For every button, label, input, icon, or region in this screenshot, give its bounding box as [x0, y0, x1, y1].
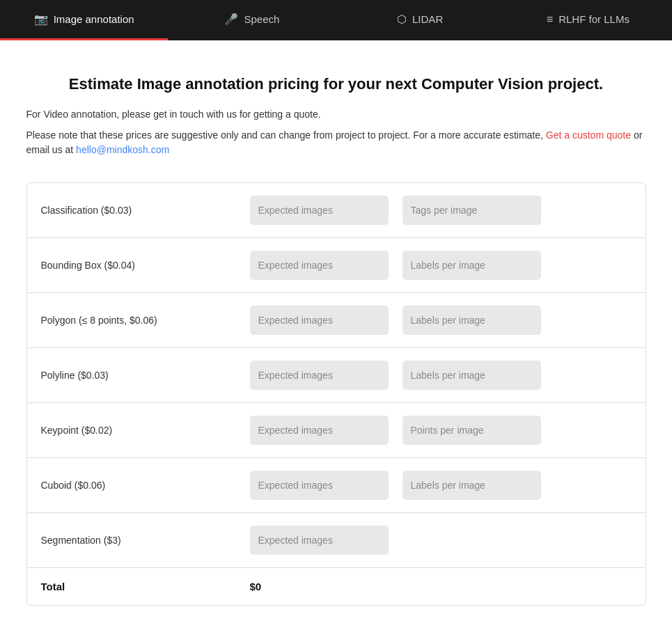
- rlhf-icon: ≡: [547, 13, 553, 26]
- nav-label-rlhf: RLHF for LLMs: [558, 13, 630, 25]
- nav-item-rlhf[interactable]: ≡RLHF for LLMs: [504, 0, 672, 40]
- nav-label-image-annotation: Image annotation: [54, 13, 134, 25]
- pricing-row-cuboid: Cuboid ($0.06): [27, 458, 646, 513]
- total-label: Total: [41, 581, 236, 592]
- expected-images-input-polyline[interactable]: [250, 361, 389, 390]
- pricing-row-classification: Classification ($0.03): [27, 183, 646, 238]
- second-input-polygon[interactable]: [403, 306, 541, 335]
- second-input-keypoint[interactable]: [403, 416, 541, 445]
- row-label-bounding-box: Bounding Box ($0.04): [41, 260, 236, 271]
- expected-images-input-keypoint[interactable]: [250, 416, 389, 445]
- pricing-row-keypoint: Keypoint ($0.02): [27, 403, 646, 458]
- lidar-icon: ⬡: [397, 13, 407, 26]
- page-title: Estimate Image annotation pricing for yo…: [26, 75, 646, 93]
- nav-item-lidar[interactable]: ⬡LIDAR: [336, 0, 504, 40]
- speech-icon: 🎤: [224, 13, 238, 26]
- main-container: Estimate Image annotation pricing for yo…: [13, 40, 660, 637]
- nav-item-image-annotation[interactable]: 📷Image annotation: [0, 0, 168, 40]
- row-label-polyline: Polyline ($0.03): [41, 370, 236, 381]
- main-nav: 📷Image annotation🎤Speech⬡LIDAR≡RLHF for …: [0, 0, 672, 40]
- second-input-classification[interactable]: [403, 196, 541, 225]
- nav-item-speech[interactable]: 🎤Speech: [168, 0, 336, 40]
- image-annotation-icon: 📷: [34, 13, 48, 26]
- email-link[interactable]: hello@mindkosh.com: [76, 144, 169, 155]
- row-label-segmentation: Segmentation ($3): [41, 535, 236, 546]
- pricing-table: Classification ($0.03)Bounding Box ($0.0…: [26, 182, 646, 606]
- expected-images-input-cuboid[interactable]: [250, 471, 389, 500]
- custom-quote-link[interactable]: Get a custom quote: [546, 129, 631, 141]
- expected-images-input-classification[interactable]: [250, 196, 389, 225]
- expected-images-input-segmentation[interactable]: [250, 526, 389, 555]
- pricing-row-polyline: Polyline ($0.03): [27, 348, 646, 403]
- row-label-polygon: Polygon (≤ 8 points, $0.06): [41, 315, 236, 326]
- total-value: $0: [250, 581, 262, 592]
- total-row: Total $0: [27, 568, 646, 605]
- note: Please note that these prices are sugges…: [26, 128, 646, 157]
- subtitle: For Video annotation, please get in touc…: [26, 109, 646, 120]
- second-input-polyline[interactable]: [403, 361, 541, 390]
- row-label-cuboid: Cuboid ($0.06): [41, 480, 236, 491]
- row-label-keypoint: Keypoint ($0.02): [41, 425, 236, 436]
- second-input-cuboid[interactable]: [403, 471, 541, 500]
- pricing-row-bounding-box: Bounding Box ($0.04): [27, 238, 646, 293]
- row-label-classification: Classification ($0.03): [41, 205, 236, 216]
- expected-images-input-bounding-box[interactable]: [250, 251, 389, 280]
- nav-label-speech: Speech: [244, 13, 279, 25]
- expected-images-input-polygon[interactable]: [250, 306, 389, 335]
- note-text-1: Please note that these prices are sugges…: [26, 129, 543, 141]
- pricing-row-polygon: Polygon (≤ 8 points, $0.06): [27, 293, 646, 348]
- nav-label-lidar: LIDAR: [412, 13, 443, 25]
- pricing-row-segmentation: Segmentation ($3): [27, 513, 646, 568]
- second-input-bounding-box[interactable]: [403, 251, 541, 280]
